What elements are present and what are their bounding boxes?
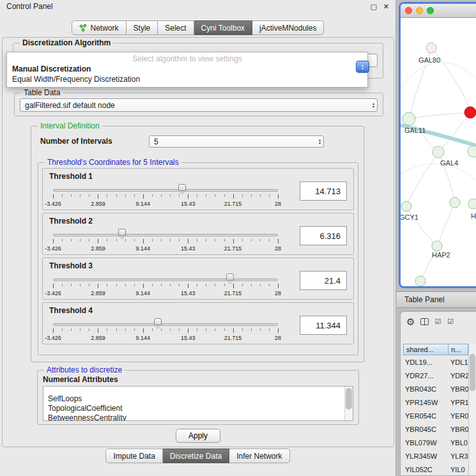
table-data-combobox[interactable]: galFiltered.sif default node ▴▾: [20, 98, 378, 112]
threshold-slider[interactable]: -3.4262.8599.14415.4321.71528: [53, 185, 278, 208]
network-node[interactable]: [426, 43, 436, 53]
apply-button[interactable]: Apply: [176, 429, 220, 443]
attribute-item[interactable]: SelfLoops: [48, 394, 353, 404]
select-all-checkbox-icon[interactable]: ☑: [434, 318, 441, 325]
tab-impute-data[interactable]: Impute Data: [105, 449, 162, 463]
slider-tick-labels: -3.4262.8599.14415.4321.71528: [53, 245, 278, 252]
numerical-attributes-label: Numerical Attributes: [43, 375, 118, 384]
table-cell: YBR0: [449, 385, 468, 393]
slider-track[interactable]: [53, 234, 278, 236]
gear-icon[interactable]: ⚙: [406, 317, 415, 326]
column-header[interactable]: shared...: [403, 344, 449, 355]
threshold-value-field[interactable]: 14.713: [300, 181, 347, 201]
column-header[interactable]: n...: [449, 344, 468, 355]
network-node[interactable]: [415, 276, 426, 286]
group-title: Discretization Algorithm: [20, 38, 113, 47]
table-cell: YIL0: [449, 466, 468, 473]
threshold-box: Threshold 2 -3.4262.8599.14415.4321.7152…: [42, 213, 354, 255]
slider-track[interactable]: [53, 189, 278, 192]
columns-icon[interactable]: [420, 318, 429, 325]
number-of-intervals-combobox[interactable]: 5 ▴▾: [149, 135, 324, 148]
node-label: GCY1: [399, 213, 418, 221]
network-edge[interactable]: [438, 112, 470, 152]
attribute-item[interactable]: TopologicalCoefficient: [48, 404, 353, 413]
network-window-titlebar[interactable]: [401, 4, 476, 18]
table-row[interactable]: YER054CYER0: [403, 409, 468, 422]
float-icon[interactable]: ▢: [370, 3, 376, 11]
tab-label: Style: [134, 24, 151, 33]
network-node[interactable]: [403, 112, 415, 125]
table-row[interactable]: YLR345WYLR3: [403, 449, 468, 463]
combobox-value: galFiltered.sif default node: [25, 101, 115, 110]
dropdown-option-manual[interactable]: Manual Discretization: [7, 64, 367, 74]
threshold-value-field[interactable]: 21.4: [300, 271, 347, 290]
slider-thumb[interactable]: [118, 229, 126, 236]
table-cell: YBL079W: [403, 439, 449, 447]
scrollbar[interactable]: [468, 344, 476, 475]
network-node[interactable]: [464, 107, 476, 118]
table-cell: YBR043C: [403, 385, 449, 393]
threshold-value-field[interactable]: 11.344: [300, 316, 347, 335]
slider-thumb[interactable]: [226, 273, 234, 280]
tab-cyni-toolbox[interactable]: Cyni Toolbox: [194, 20, 252, 35]
threshold-value-field[interactable]: 6.316: [300, 226, 347, 245]
table-row[interactable]: YIL052CYIL0: [403, 463, 468, 475]
tab-style[interactable]: Style: [127, 20, 158, 35]
number-of-intervals-label: Number of Intervals: [40, 137, 112, 146]
combobox-arrow-button[interactable]: ▴ ▾: [356, 61, 369, 73]
network-node[interactable]: [468, 146, 476, 157]
thresholds-list: Threshold 1 -3.4262.8599.14415.4321.7152…: [38, 168, 358, 347]
network-node[interactable]: [433, 146, 444, 158]
network-edge[interactable]: [406, 206, 437, 246]
tab-network[interactable]: Network: [72, 20, 127, 35]
table-header-row: shared...n...: [403, 344, 468, 355]
network-canvas[interactable]: GAL80GAL11GAL4GCY1HAP2H: [401, 18, 474, 286]
tab-select[interactable]: Select: [158, 20, 194, 35]
minimize-traffic-light[interactable]: [416, 7, 423, 14]
threshold-box: Threshold 1 -3.4262.8599.14415.4321.7152…: [42, 168, 354, 210]
table-row[interactable]: YPR145WYPR1: [403, 395, 468, 409]
network-edge[interactable]: [406, 152, 438, 206]
table-cell: YPR145W: [403, 399, 449, 406]
slider-track[interactable]: [53, 279, 278, 281]
dropdown-option-equal-width[interactable]: Equal Width/Frequency Discretization: [7, 74, 367, 84]
scrollbar-thumb[interactable]: [470, 354, 475, 391]
attribute-item[interactable]: BetweennessCentrality: [48, 413, 353, 421]
table-cell: YLR3: [449, 452, 468, 460]
slider-track[interactable]: [53, 323, 278, 326]
network-node[interactable]: [432, 241, 442, 251]
attributes-listbox[interactable]: SelfLoopsTopologicalCoefficientBetweenne…: [43, 386, 353, 421]
scrollbar[interactable]: [344, 387, 353, 420]
control-panel: Control Panel ▢ ✕ Network Style Select C…: [0, 0, 396, 476]
threshold-label: Threshold 2: [49, 217, 93, 226]
threshold-slider[interactable]: -3.4262.8599.14415.4321.71528: [53, 275, 278, 298]
slider-thumb[interactable]: [178, 184, 186, 191]
network-edge[interactable]: [437, 203, 455, 246]
network-edge[interactable]: [399, 164, 476, 184]
stepper-icon: ▴▾: [319, 139, 321, 145]
network-node[interactable]: [450, 197, 460, 208]
table-row[interactable]: YBR043CYBR0: [403, 382, 468, 395]
network-edge[interactable]: [399, 63, 476, 95]
table-body: YDL19...YDL1YDR27...YDR2YBR043CYBR0YPR14…: [403, 355, 468, 475]
tab-infer-network[interactable]: Infer Network: [229, 449, 289, 463]
zoom-traffic-light[interactable]: [427, 7, 434, 14]
network-edge[interactable]: [409, 112, 470, 119]
slider-thumb[interactable]: [154, 318, 162, 325]
network-node[interactable]: [468, 199, 476, 209]
tab-discretize-data[interactable]: Discretize Data: [163, 449, 229, 463]
close-icon[interactable]: ✕: [383, 3, 389, 11]
thresholds-group: Threshold's Coordinates for 5 Intervals …: [38, 162, 358, 355]
combobox-value: 5: [154, 137, 158, 146]
close-traffic-light[interactable]: [405, 7, 412, 14]
threshold-slider[interactable]: -3.4262.8599.14415.4321.71528: [53, 230, 278, 253]
scrollbar-thumb[interactable]: [346, 388, 352, 410]
tab-jactivemnodules[interactable]: jActiveMNodules: [252, 20, 324, 35]
threshold-slider[interactable]: -3.4262.8599.14415.4321.71528: [53, 319, 278, 342]
table-row[interactable]: YDR27...YDR2: [403, 369, 468, 382]
table-row[interactable]: YBL079WYBL0: [403, 436, 468, 449]
table-row[interactable]: YDL19...YDL1: [403, 355, 468, 369]
show-columns-checkbox-icon[interactable]: ☑: [447, 318, 454, 325]
table-row[interactable]: YBR045CYBR0: [403, 422, 468, 436]
network-node[interactable]: [401, 201, 411, 211]
